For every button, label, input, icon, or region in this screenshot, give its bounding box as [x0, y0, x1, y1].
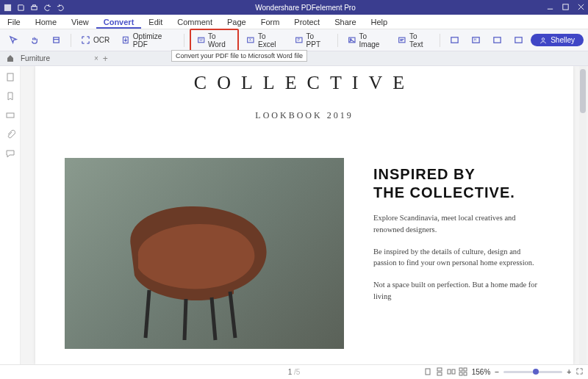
edit-tool-icon[interactable]	[47, 33, 65, 47]
svg-text:P: P	[298, 37, 301, 42]
menu-edit[interactable]: Edit	[141, 15, 170, 29]
svg-rect-19	[515, 37, 522, 43]
search-panel-icon[interactable]	[5, 110, 15, 122]
view-facing-icon[interactable]	[447, 367, 456, 378]
paragraph-1: Explore Scandinavia, meet local creative…	[373, 212, 544, 236]
to-word-highlight: WTo Word	[190, 29, 240, 52]
zoom-out-icon[interactable]: −	[495, 368, 499, 376]
svg-text:W: W	[199, 38, 203, 42]
minimize-icon[interactable]	[546, 3, 554, 12]
scrollbar-thumb[interactable]	[580, 69, 586, 113]
menu-convert[interactable]: Convert	[96, 15, 142, 29]
svg-rect-22	[7, 113, 14, 118]
redo-icon[interactable]	[56, 3, 65, 12]
vertical-scrollbar[interactable]	[579, 66, 587, 364]
select-tool-icon[interactable]	[4, 33, 23, 47]
view-facing-continuous-icon[interactable]	[459, 367, 467, 378]
close-icon[interactable]	[577, 3, 585, 12]
hero-image	[65, 158, 344, 349]
app-logo-icon	[3, 3, 12, 12]
sidebar	[0, 66, 21, 364]
optimize-pdf-button[interactable]: Optimize PDF	[117, 30, 179, 51]
svg-rect-2	[32, 4, 35, 6]
to-html-icon[interactable]: H	[467, 33, 485, 47]
view-continuous-icon[interactable]	[435, 367, 444, 378]
menu-share[interactable]: Share	[327, 15, 363, 29]
undo-icon[interactable]	[43, 3, 51, 12]
svg-rect-26	[448, 369, 451, 374]
menu-view[interactable]: View	[64, 15, 96, 29]
hand-tool-icon[interactable]	[26, 33, 44, 47]
to-epub-icon[interactable]	[445, 33, 464, 47]
menu-home[interactable]: Home	[28, 15, 64, 29]
menu-page[interactable]: Page	[220, 15, 254, 29]
svg-rect-29	[464, 368, 467, 371]
thumbnails-icon[interactable]	[5, 72, 15, 84]
svg-rect-0	[4, 4, 10, 10]
to-ppt-button[interactable]: PTo PPT	[290, 30, 332, 51]
save-icon[interactable]	[16, 3, 25, 12]
workspace: COLLECTIVE LOOKBOOK 2019 INSPIRED BYTHE …	[0, 66, 588, 364]
bookmarks-icon[interactable]	[5, 91, 15, 103]
zoom-slider[interactable]	[503, 371, 562, 373]
svg-rect-27	[452, 369, 455, 374]
menubar: File Home View Convert Edit Comment Page…	[0, 15, 588, 29]
titlebar: Wondershare PDFelement Pro	[0, 0, 588, 15]
tab-label: Furniture	[21, 54, 50, 62]
view-single-icon[interactable]	[423, 367, 432, 378]
menu-comment[interactable]: Comment	[170, 15, 220, 29]
zoom-value: 156%	[472, 368, 491, 376]
pdf-page: COLLECTIVE LOOKBOOK 2019 INSPIRED BYTHE …	[35, 66, 573, 364]
menu-protect[interactable]: Protect	[287, 15, 327, 29]
add-tab-icon[interactable]: +	[103, 54, 108, 64]
document-tab[interactable]: Furniture ×	[21, 54, 98, 62]
menu-help[interactable]: Help	[364, 15, 395, 29]
user-name: Shelley	[551, 36, 575, 44]
svg-rect-18	[494, 37, 501, 43]
tab-close-icon[interactable]: ×	[94, 54, 98, 62]
maximize-icon[interactable]	[562, 3, 570, 12]
svg-point-20	[542, 37, 545, 40]
zoom-slider-knob[interactable]	[533, 369, 539, 375]
attachments-icon[interactable]	[5, 129, 15, 141]
comments-icon[interactable]	[5, 148, 15, 160]
svg-rect-25	[437, 372, 442, 375]
separator	[184, 34, 184, 47]
ribbon: OCR Optimize PDF WTo Word XTo Excel PTo …	[0, 29, 588, 51]
to-other-icon[interactable]	[509, 33, 528, 47]
paragraph-2: Be inspired by the details of culture, d…	[373, 246, 544, 270]
print-icon[interactable]	[29, 3, 38, 12]
separator	[337, 34, 338, 47]
canvas[interactable]: COLLECTIVE LOOKBOOK 2019 INSPIRED BYTHE …	[21, 66, 588, 364]
statusbar: 1 /5 156% − +	[0, 364, 588, 379]
heading: INSPIRED BYTHE COLLECTIVE.	[373, 165, 544, 202]
user-badge[interactable]: Shelley	[531, 34, 584, 46]
svg-rect-21	[7, 73, 13, 81]
svg-rect-28	[459, 368, 462, 371]
svg-rect-14	[399, 37, 405, 43]
to-excel-button[interactable]: XTo Excel	[242, 30, 287, 51]
page-indicator[interactable]: 1 /5	[288, 368, 301, 376]
svg-rect-30	[459, 372, 462, 375]
to-rtf-icon[interactable]	[488, 33, 506, 47]
paragraph-3: Not a space built on perfection. But a h…	[373, 279, 544, 303]
tooltip: Convert your PDF file to Microsoft Word …	[171, 50, 307, 62]
svg-rect-1	[31, 6, 36, 10]
svg-text:H: H	[474, 38, 476, 42]
to-image-button[interactable]: To Image	[343, 30, 391, 51]
svg-rect-31	[464, 372, 467, 375]
ocr-button[interactable]: OCR	[76, 33, 114, 47]
fullscreen-icon[interactable]	[576, 367, 584, 377]
svg-rect-24	[437, 368, 442, 371]
svg-rect-23	[426, 369, 430, 375]
doc-subtitle: LOOKBOOK 2019	[65, 110, 544, 121]
zoom-in-icon[interactable]: +	[567, 368, 571, 376]
svg-text:X: X	[249, 37, 252, 42]
to-word-button[interactable]: WTo Word	[193, 30, 237, 51]
to-text-button[interactable]: To Text	[393, 30, 434, 51]
menu-file[interactable]: File	[0, 15, 28, 29]
separator	[440, 34, 440, 47]
text-column: INSPIRED BYTHE COLLECTIVE. Explore Scand…	[373, 158, 544, 349]
menu-form[interactable]: Form	[254, 15, 287, 29]
home-icon[interactable]	[6, 54, 15, 64]
